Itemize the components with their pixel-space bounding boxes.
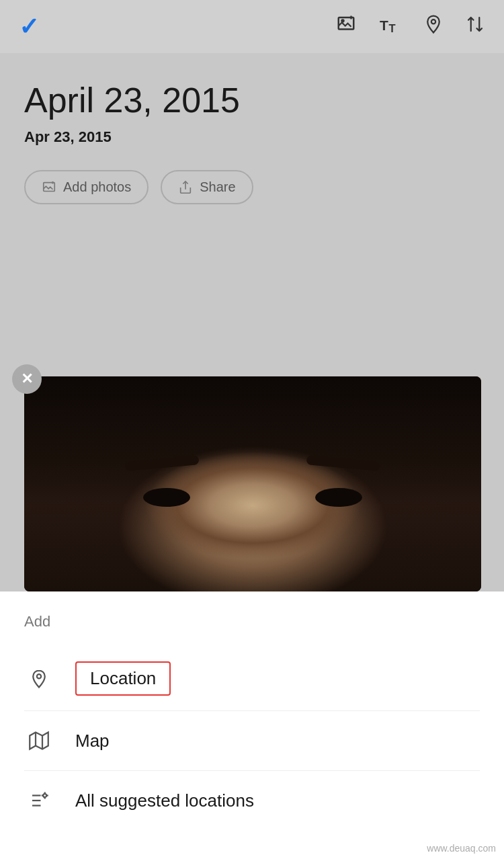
svg-point-11: [37, 674, 41, 678]
svg-point-6: [431, 19, 435, 24]
add-photos-button[interactable]: Add photos: [24, 170, 149, 204]
eye-right: [315, 488, 362, 507]
location-menu-item[interactable]: Location: [24, 647, 480, 710]
map-menu-icon: [24, 726, 54, 755]
photo-container: ✕: [24, 376, 504, 591]
eye-left: [143, 488, 190, 507]
check-icon[interactable]: ✓: [19, 15, 39, 39]
map-menu-label: Map: [75, 731, 110, 751]
all-suggested-menu-item[interactable]: All suggested locations: [24, 771, 480, 830]
toolbar-left: ✓: [19, 15, 39, 39]
footer-domain: www.deuaq.com: [427, 843, 496, 854]
toolbar: ✓ T T: [0, 0, 504, 53]
toolbar-right: T T: [336, 12, 485, 41]
album-title: April 23, 2015: [24, 80, 480, 120]
location-menu-label: Location: [75, 661, 171, 696]
svg-point-18: [43, 794, 46, 797]
eyebrow-right: [306, 455, 381, 471]
content-area: April 23, 2015 Apr 23, 2015 Add photos: [0, 53, 504, 224]
svg-text:T: T: [380, 17, 388, 33]
bottom-sheet: Add Location Map: [0, 591, 504, 859]
close-button[interactable]: ✕: [12, 364, 42, 394]
all-suggested-menu-label: All suggested locations: [75, 790, 254, 811]
svg-marker-12: [30, 733, 48, 749]
photo-frame: [24, 376, 481, 591]
sort-icon[interactable]: [465, 14, 485, 39]
photo-face: [24, 376, 481, 591]
add-photos-label: Add photos: [63, 179, 131, 195]
map-menu-item[interactable]: Map: [24, 711, 480, 770]
top-section: ✓ T T: [0, 0, 504, 591]
app-container: ✓ T T: [0, 0, 504, 859]
close-icon: ✕: [21, 372, 33, 386]
share-label: Share: [200, 179, 235, 195]
face-details: [24, 376, 481, 591]
section-label: Add: [24, 613, 480, 630]
album-date: Apr 23, 2015: [24, 128, 480, 146]
svg-point-1: [342, 20, 344, 22]
share-button[interactable]: Share: [161, 170, 253, 204]
location-icon[interactable]: [423, 14, 444, 39]
location-menu-icon: [24, 664, 54, 694]
all-suggested-menu-icon: [24, 786, 54, 815]
text-format-icon[interactable]: T T: [378, 12, 402, 41]
action-buttons: Add photos Share: [24, 170, 480, 204]
svg-text:T: T: [389, 22, 396, 34]
eyebrow-left: [124, 455, 199, 471]
add-image-icon[interactable]: [336, 14, 356, 39]
